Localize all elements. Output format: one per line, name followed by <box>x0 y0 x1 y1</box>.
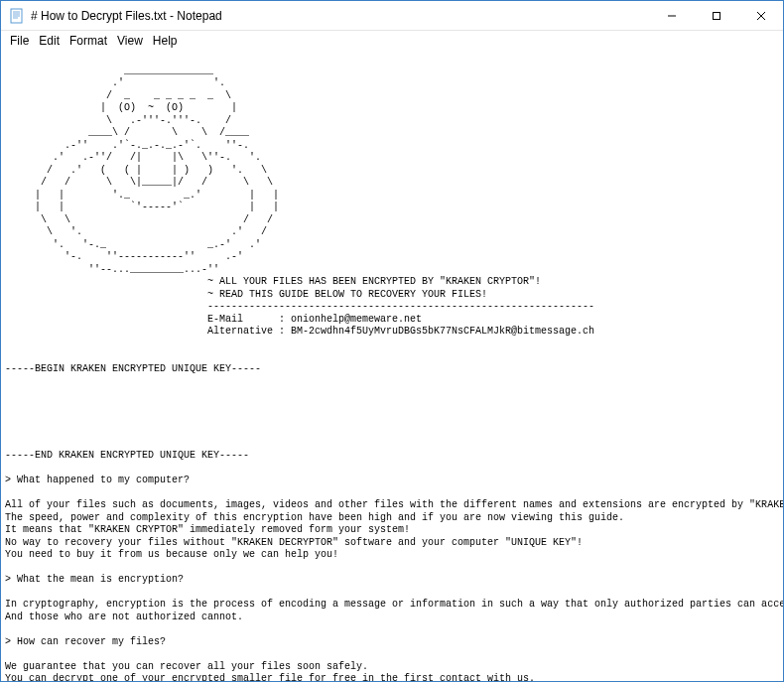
minimize-button[interactable] <box>649 1 694 30</box>
menu-view[interactable]: View <box>112 33 148 49</box>
begin-key-marker: -----BEGIN KRAKEN ENCRYPTED UNIQUE KEY--… <box>5 363 261 374</box>
ascii-art-octopus: _______________ .' '. / _ _ _ _ _ _ \ | … <box>5 66 279 275</box>
answer-1-line-5: You need to buy it from us because only … <box>5 549 338 560</box>
text-content[interactable]: _______________ .' '. / _ _ _ _ _ _ \ | … <box>1 51 783 681</box>
alt-value: BM-2cwdhn4f5UyMvruDBGs5bK77NsCFALMJkR@bi… <box>291 326 594 337</box>
menu-edit[interactable]: Edit <box>34 33 65 49</box>
menu-help[interactable]: Help <box>148 33 183 49</box>
answer-2-line-1: In cryptography, encryption is the proce… <box>5 599 783 610</box>
answer-3-line-2: You can decrypt one of your encrypted sm… <box>5 673 535 681</box>
answer-1-line-2: The speed, power and complexity of this … <box>5 512 624 523</box>
end-key-marker: -----END KRAKEN ENCRYPTED UNIQUE KEY----… <box>5 450 249 461</box>
question-1: > What happened to my computer? <box>5 475 190 485</box>
window-controls <box>649 1 783 30</box>
email-label: E-Mail : <box>207 314 291 325</box>
notepad-window: # How to Decrypt Files.txt - Notepad Fil… <box>0 0 784 682</box>
close-button[interactable] <box>738 1 783 30</box>
menubar: File Edit Format View Help <box>1 31 783 51</box>
question-2: > What the mean is encryption? <box>5 574 184 585</box>
menu-format[interactable]: Format <box>65 33 112 49</box>
window-title: # How to Decrypt Files.txt - Notepad <box>31 9 649 23</box>
answer-1-line-3: It means that "KRAKEN CRYPTOR" immediate… <box>5 524 410 535</box>
banner-line-2: ~ READ THIS GUIDE BELOW TO RECOVERY YOUR… <box>207 289 487 300</box>
menu-file[interactable]: File <box>5 33 34 49</box>
answer-1-line-4: No way to recovery your files without "K… <box>5 537 583 548</box>
banner-divider: ----------------------------------------… <box>207 301 594 312</box>
banner-line-1: ~ ALL YOUR FILES HAS BEEN ENCRYPTED BY "… <box>207 276 541 287</box>
maximize-button[interactable] <box>694 1 738 30</box>
answer-3-line-1: We guarantee that you can recover all yo… <box>5 661 368 672</box>
answer-1-line-1: All of your files such as documents, ima… <box>5 499 783 510</box>
notepad-icon <box>9 8 25 24</box>
alt-label: Alternative : <box>207 326 291 337</box>
svg-rect-6 <box>713 12 719 19</box>
email-value: onionhelp@memeware.net <box>291 314 422 325</box>
answer-2-line-2: And those who are not authorized cannot. <box>5 612 243 622</box>
question-3: > How can recover my files? <box>5 636 166 647</box>
titlebar: # How to Decrypt Files.txt - Notepad <box>1 1 783 31</box>
